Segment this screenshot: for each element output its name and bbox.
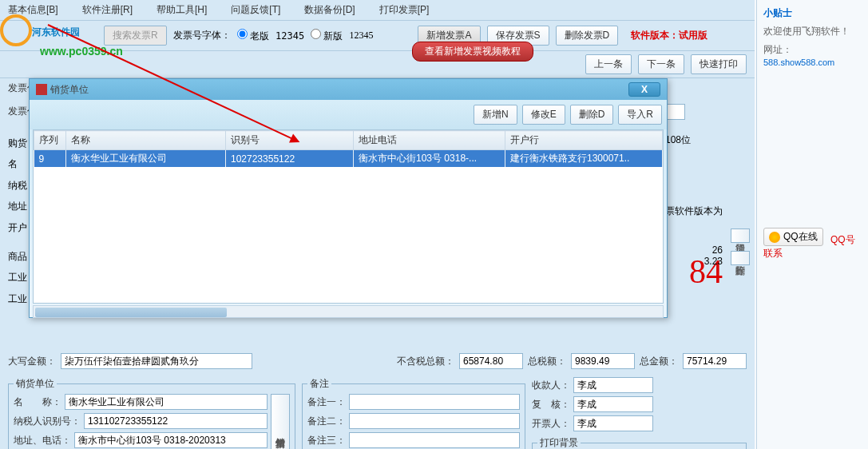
prev-button[interactable]: 上一条 xyxy=(585,54,632,74)
version-label: 软件版本：试用版 xyxy=(631,29,707,42)
qq-icon xyxy=(769,232,780,243)
notax-label: 不含税总额： xyxy=(397,355,454,368)
buyer-addr-label: 地址 xyxy=(8,196,27,217)
payee-label: 收款人： xyxy=(532,379,570,392)
remark3-input[interactable] xyxy=(349,432,520,448)
grid-row-selected[interactable]: 9 衡水华业工业有限公司 102723355122 衡水市中心街103号 031… xyxy=(34,150,663,168)
goods-val2: 3.23 xyxy=(704,256,723,267)
payee-input[interactable] xyxy=(573,377,653,393)
delete-invoice-button[interactable]: 删除发票D xyxy=(556,26,619,46)
buyer-section-label: 购货 xyxy=(8,133,27,153)
font-label: 发票号字体： xyxy=(173,29,231,42)
reviewer-label: 复 核： xyxy=(532,398,570,411)
seller-fieldset: 销货单位 名 称： 纳税人识别号： 地址、电话： 开户行及帐号： 新增销货单位 xyxy=(8,377,295,449)
buyer-bank-label: 开户 xyxy=(8,217,27,238)
dialog-title: 销货单位 xyxy=(50,83,89,97)
delete-row-button[interactable]: 删除行 xyxy=(731,251,750,265)
tips-url-label: 网址： xyxy=(763,44,792,55)
seller-addr-label: 地址、电话： xyxy=(14,434,71,447)
total-input[interactable] xyxy=(683,353,747,369)
dialog-toolbar: 新增N 修改E 删除D 导入R xyxy=(30,100,667,129)
tips-welcome: 欢迎使用飞翔软件！ xyxy=(763,25,862,38)
seller-name-input[interactable] xyxy=(65,394,268,410)
dialog-close-button[interactable]: X xyxy=(628,82,660,97)
menu-print[interactable]: 打印发票[P] xyxy=(379,3,430,17)
remark2-label: 备注二： xyxy=(307,415,346,428)
remarks-fieldset: 备注 备注一： 备注二： 备注三： 备注四： xyxy=(302,377,525,449)
upper-amount-label: 大写金额： xyxy=(8,355,56,368)
qq-online-badge[interactable]: QQ在线 xyxy=(763,228,823,246)
next-button[interactable]: 下一条 xyxy=(638,54,684,74)
remark2-input[interactable] xyxy=(349,413,520,429)
dialog-icon xyxy=(36,84,47,95)
col-name[interactable]: 名称 xyxy=(66,131,226,150)
seller-picker-dialog: 销货单位 X 新增N 修改E 删除D 导入R 序列 名称 识别号 地址电话 开户… xyxy=(29,78,668,318)
font-new-radio[interactable]: 新版 xyxy=(311,29,343,43)
tax-label: 总税额： xyxy=(528,355,566,368)
goods-row1: 工业 xyxy=(8,267,27,288)
goods-val1: 26 xyxy=(704,244,723,256)
font-new-sample: 12345 xyxy=(349,30,373,42)
cell-id: 102723355122 xyxy=(226,150,354,168)
drawer-input[interactable] xyxy=(573,415,653,431)
reviewer-input[interactable] xyxy=(573,396,653,412)
col-addr[interactable]: 地址电话 xyxy=(354,131,505,150)
menu-help[interactable]: 帮助工具[H] xyxy=(157,3,207,17)
font-old-radio[interactable]: 老版 xyxy=(237,29,269,43)
col-seq[interactable]: 序列 xyxy=(34,131,66,150)
drawer-label: 开票人： xyxy=(532,417,570,431)
scrollbar-thumb[interactable] xyxy=(35,308,227,317)
print-bg-fieldset: 打印背景 打印背景 不打印背景 xyxy=(532,436,747,449)
seller-addr-input[interactable] xyxy=(74,432,268,448)
notax-input[interactable] xyxy=(459,353,523,369)
dialog-hscrollbar[interactable] xyxy=(33,305,664,318)
new-seller-button[interactable]: 新增销货单位 xyxy=(271,394,290,449)
seller-name-label: 名 称： xyxy=(14,395,61,409)
dialog-import-button[interactable]: 导入R xyxy=(618,105,662,125)
seller-legend: 销货单位 xyxy=(14,377,57,391)
upper-amount-input[interactable] xyxy=(61,353,252,369)
tips-title: 小贴士 xyxy=(763,6,862,20)
total-label: 总金额： xyxy=(640,355,678,368)
grid-header-row: 序列 名称 识别号 地址电话 开户行 xyxy=(34,131,663,150)
cell-name: 衡水华业工业有限公司 xyxy=(66,150,226,168)
dialog-titlebar[interactable]: 销货单位 X xyxy=(30,79,667,100)
dialog-edit-button[interactable]: 修改E xyxy=(522,105,565,125)
tax-input[interactable] xyxy=(571,353,635,369)
goods-section-label: 商品 xyxy=(8,246,27,267)
remark1-input[interactable] xyxy=(349,394,520,410)
print-bg-legend: 打印背景 xyxy=(537,436,581,449)
buyer-tax-label: 纳税 xyxy=(8,175,27,196)
font-old-sample: 12345 xyxy=(275,30,304,42)
seller-tax-input[interactable] xyxy=(84,413,268,429)
menu-feedback[interactable]: 问题反馈[T] xyxy=(231,3,280,17)
seller-tax-label: 纳税人识别号： xyxy=(14,415,81,428)
dialog-delete-button[interactable]: 删除D xyxy=(570,105,614,125)
add-row-button[interactable]: 添加行 xyxy=(731,228,750,243)
cell-addr: 衡水市中心街103号 0318-... xyxy=(354,150,505,168)
tips-url[interactable]: 588.show588.com xyxy=(763,58,834,67)
goods-row2: 工业 xyxy=(8,288,27,309)
remark1-label: 备注一： xyxy=(307,395,346,409)
cell-bank: 建行衡水铁路支行1300071.. xyxy=(505,150,663,168)
buyer-name-label: 名 xyxy=(8,153,27,174)
quick-print-button[interactable]: 快速打印 xyxy=(691,54,747,74)
col-bank[interactable]: 开户行 xyxy=(505,131,663,150)
cell-seq: 9 xyxy=(34,150,66,168)
tips-sidebar: 小贴士 欢迎使用飞翔软件！ 网址：588.show588.com QQ在线 QQ… xyxy=(756,0,868,449)
remark3-label: 备注三： xyxy=(307,434,346,447)
tutorial-banner[interactable]: 查看新增发票视频教程 xyxy=(412,42,533,62)
totals-row: 大写金额： 不含税总额： 总税额： 总金额： xyxy=(0,348,755,374)
menu-backup[interactable]: 数据备份[D] xyxy=(304,3,355,17)
remarks-legend: 备注 xyxy=(307,377,331,391)
dialog-grid[interactable]: 序列 名称 识别号 地址电话 开户行 9 衡水华业工业有限公司 10272335… xyxy=(33,129,664,304)
dialog-new-button[interactable]: 新增N xyxy=(474,105,517,125)
